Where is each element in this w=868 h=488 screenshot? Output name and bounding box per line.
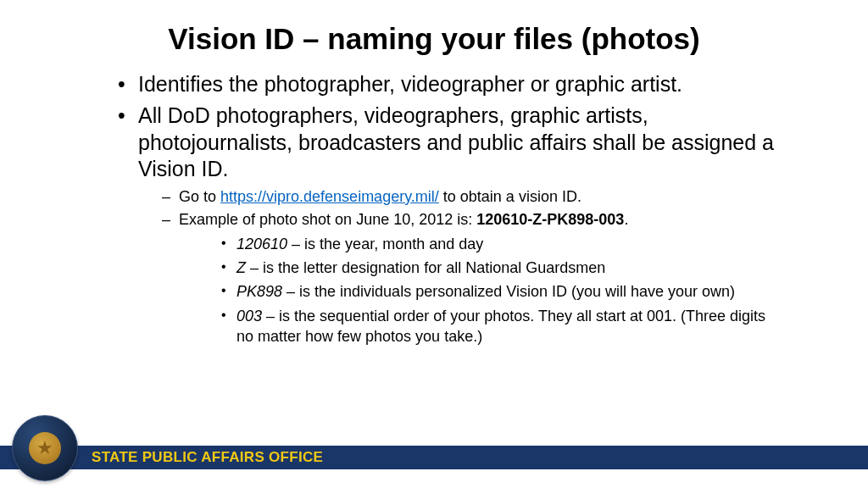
sub-bullet-item: Example of photo shot on June 10, 2012 i… [138,210,783,347]
text-post: to obtain a vision ID. [439,188,581,205]
vision-id-link[interactable]: https://vipro.defenseimagery.mil/ [220,188,439,205]
bullet-list-level3: 120610 – is the year, month and day Z – … [179,234,783,347]
bullet-text: All DoD photographers, videographers, gr… [138,103,774,180]
footer-bar: STATE PUBLIC AFFAIRS OFFICE [0,446,868,469]
code-desc: – is the sequential order of your photos… [236,308,765,345]
code-desc: – is the letter designation for all Nati… [246,259,605,276]
sub-bullet-item: Go to https://vipro.defenseimagery.mil/ … [138,187,783,207]
text-post: . [624,211,628,228]
seal-inner: ★ [29,432,61,464]
code-part: 120610 [236,236,287,252]
sub-sub-bullet-item: 003 – is the sequential order of your ph… [179,306,783,347]
code-desc: – is the year, month and day [287,236,483,252]
star-icon: ★ [36,439,53,458]
sub-sub-bullet-item: Z – is the letter designation for all Na… [179,258,783,278]
code-part: 003 [236,308,262,324]
sub-sub-bullet-item: PK898 – is the individuals personalized … [179,281,783,302]
bullet-item: Identifies the photographer, videographe… [114,71,783,97]
footer-office-label: STATE PUBLIC AFFAIRS OFFICE [92,449,323,466]
bullet-item: All DoD photographers, videographers, gr… [114,103,783,347]
slide-title: Vision ID – naming your files (photos) [0,0,868,71]
sub-sub-bullet-item: 120610 – is the year, month and day [179,234,783,254]
code-part: PK898 [236,283,282,300]
slide-content: Identifies the photographer, videographe… [0,71,868,347]
example-filename: 120610-Z-PK898-003 [476,211,624,228]
text-pre: Example of photo shot on June 10, 2012 i… [179,211,476,228]
bullet-list-level2: Go to https://vipro.defenseimagery.mil/ … [138,187,783,347]
department-seal-icon: ★ [12,415,78,481]
code-part: Z [236,259,246,276]
text-pre: Go to [179,188,220,205]
code-desc: – is the individuals personalized Vision… [282,283,735,300]
bullet-list-level1: Identifies the photographer, videographe… [114,71,783,347]
